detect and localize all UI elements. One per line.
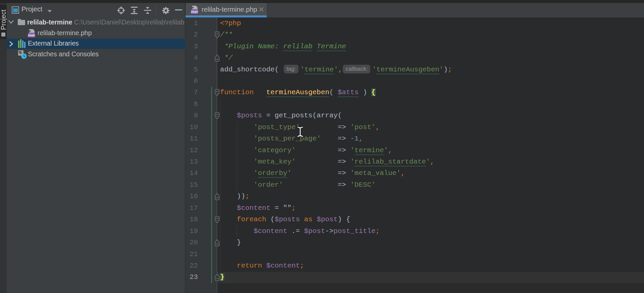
svg-text:PHP: PHP xyxy=(191,10,198,14)
svg-text:PHP: PHP xyxy=(28,34,35,37)
